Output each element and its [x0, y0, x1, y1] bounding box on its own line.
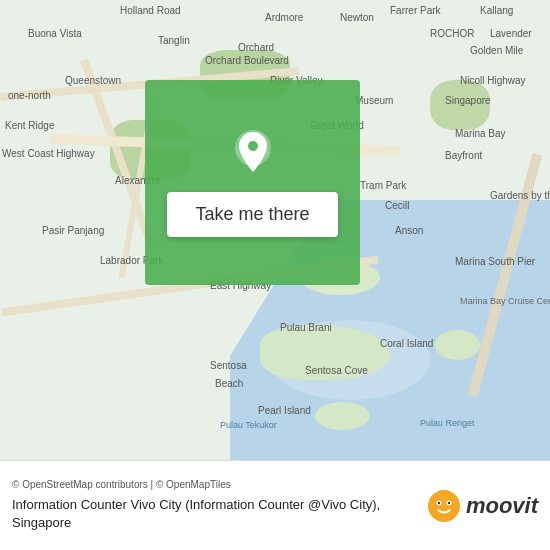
svg-point-5 — [438, 501, 440, 503]
map-container: Newton Holland Road Ardmore Farrer Park … — [0, 0, 550, 460]
coral-island — [435, 330, 480, 360]
pearl-island — [315, 402, 370, 430]
moovit-logo: moovit — [426, 488, 538, 524]
green-area-2 — [430, 80, 490, 130]
svg-point-2 — [428, 490, 460, 522]
action-overlay: Take me there — [145, 80, 360, 285]
moovit-icon — [426, 488, 462, 524]
take-me-there-button[interactable]: Take me there — [167, 192, 337, 237]
location-name: Information Counter Vivo City (Informati… — [12, 496, 416, 532]
svg-point-6 — [448, 501, 450, 503]
svg-point-1 — [248, 141, 258, 151]
info-bar: © OpenStreetMap contributors | © OpenMap… — [0, 460, 550, 550]
location-pin-icon — [229, 128, 277, 176]
moovit-brand-text: moovit — [466, 493, 538, 519]
attribution-text: © OpenStreetMap contributors | © OpenMap… — [12, 479, 416, 490]
info-text-section: © OpenStreetMap contributors | © OpenMap… — [12, 479, 426, 532]
